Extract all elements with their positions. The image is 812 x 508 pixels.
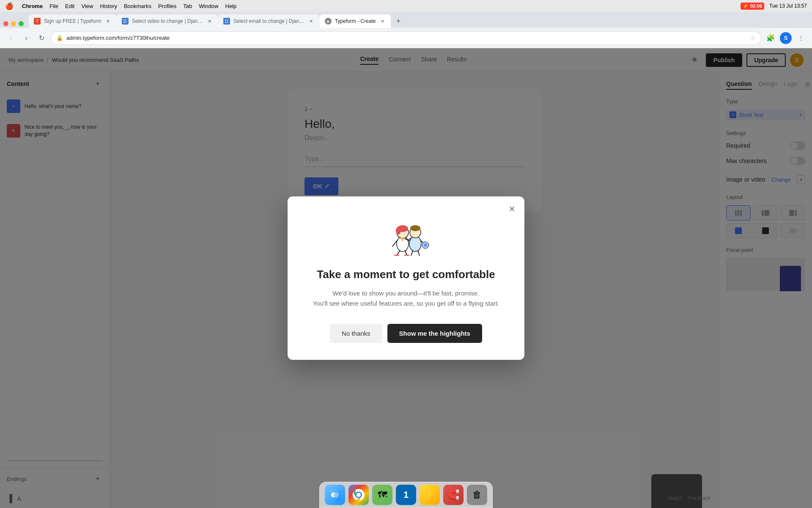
menu-edit[interactable]: Edit	[65, 3, 74, 9]
tab-1-title: Sign up FREE | Typeform	[44, 18, 102, 24]
menu-tab[interactable]: Tab	[183, 3, 192, 9]
modal-close-button[interactable]: ✕	[506, 203, 518, 215]
window-minimize[interactable]	[11, 21, 16, 26]
modal-illustration	[381, 213, 431, 256]
tab-3-close[interactable]: ✕	[308, 18, 315, 25]
address-bar: ‹ › ↻ 🔒 admin.typeform.com/form/z7T30lhu…	[0, 28, 812, 48]
tab-3-favicon: D	[223, 18, 230, 25]
tab-2[interactable]: D Select video to change | Djang... ✕	[117, 14, 218, 28]
svg-point-8	[404, 254, 410, 256]
svg-point-24	[357, 493, 361, 497]
svg-point-9	[394, 254, 400, 256]
modal-overlay: ✕	[0, 48, 812, 508]
tab-1-close[interactable]: ✕	[105, 18, 112, 25]
chrome-user-avatar[interactable]: S	[780, 32, 792, 44]
tab-1-favicon: T	[34, 18, 41, 25]
menu-help[interactable]: Help	[225, 3, 237, 9]
tab-4-close[interactable]: ✕	[379, 18, 386, 25]
tab-3-title: Select email to change | Djang...	[233, 18, 304, 24]
dock-trash[interactable]: 🗑	[467, 485, 487, 505]
menu-history[interactable]: History	[100, 3, 117, 9]
modal-description: We'd love to show you around—it'll be fa…	[304, 288, 508, 309]
window-close[interactable]	[3, 21, 8, 26]
menu-view[interactable]: View	[81, 3, 93, 9]
svg-point-21	[334, 492, 339, 497]
show-highlights-button[interactable]: Show me the highlights	[387, 324, 482, 343]
tab-4-title: Typeform - Create	[335, 18, 376, 24]
svg-point-3	[396, 227, 401, 235]
bookmark-icon[interactable]: ☆	[750, 35, 756, 41]
new-tab-button[interactable]: +	[392, 15, 404, 27]
dock-chrome[interactable]	[348, 485, 369, 505]
svg-point-12	[410, 225, 420, 231]
window-maximize[interactable]	[19, 21, 24, 26]
menu-window[interactable]: Window	[199, 3, 218, 9]
dock-magnet[interactable]: 🧲	[443, 485, 464, 505]
tab-2-close[interactable]: ✕	[206, 18, 213, 25]
menu-file[interactable]: File	[49, 3, 58, 9]
menu-bar-right: ⚡ 02:06 Tue 13 Jul 13:57	[741, 3, 807, 10]
extensions-button[interactable]: 🧩	[765, 32, 776, 44]
refresh-button[interactable]: ↻	[36, 32, 47, 44]
dock-finder[interactable]	[325, 485, 345, 505]
svg-line-4	[392, 241, 397, 246]
dock-maps[interactable]: 🗺	[372, 485, 392, 505]
address-input[interactable]: 🔒 admin.typeform.com/form/z7T30lhu/creat…	[51, 31, 761, 45]
modal-dialog: ✕	[288, 196, 524, 360]
page-content: My workspace / Would you recommend SaaS …	[0, 48, 812, 508]
tab-4-favicon: ●	[325, 18, 332, 25]
no-thanks-button[interactable]: No thanks	[330, 324, 382, 343]
dock-battery-app[interactable]: ⚡	[420, 485, 440, 505]
svg-line-16	[418, 251, 420, 256]
back-button[interactable]: ‹	[5, 32, 17, 44]
svg-point-10	[409, 236, 421, 251]
apple-menu[interactable]: 🍎	[5, 2, 14, 10]
dock: 🗺 1 ⚡ 🧲 🗑	[319, 482, 493, 508]
dock-1password[interactable]: 1	[396, 485, 416, 505]
tab-4[interactable]: ● Typeform - Create ✕	[320, 14, 391, 28]
modal-title: Take a moment to get comfortable	[304, 268, 508, 282]
menu-bar: 🍎 Chrome File Edit View History Bookmark…	[0, 0, 812, 12]
browser: T Sign up FREE | Typeform ✕ D Select vid…	[0, 12, 812, 508]
chrome-menu-button[interactable]: ⋮	[795, 32, 807, 44]
menu-profiles[interactable]: Profiles	[158, 3, 176, 9]
menu-chrome[interactable]: Chrome	[22, 3, 43, 9]
menu-clock: Tue 13 Jul 13:57	[769, 3, 807, 9]
battery-time: ⚡ 02:06	[741, 3, 764, 10]
forward-button[interactable]: ›	[20, 32, 32, 44]
tab-2-title: Select video to change | Djang...	[132, 18, 203, 24]
tab-1[interactable]: T Sign up FREE | Typeform ✕	[29, 14, 117, 28]
url-text: admin.typeform.com/form/z7T30lhu/create	[66, 35, 747, 41]
modal-actions: No thanks Show me the highlights	[304, 324, 508, 343]
svg-point-18	[424, 243, 427, 247]
tab-2-favicon: D	[122, 18, 129, 25]
svg-line-15	[411, 251, 413, 256]
tab-3[interactable]: D Select email to change | Djang... ✕	[218, 14, 320, 28]
menu-bookmarks[interactable]: Bookmarks	[124, 3, 151, 9]
tab-bar: T Sign up FREE | Typeform ✕ D Select vid…	[0, 12, 812, 28]
